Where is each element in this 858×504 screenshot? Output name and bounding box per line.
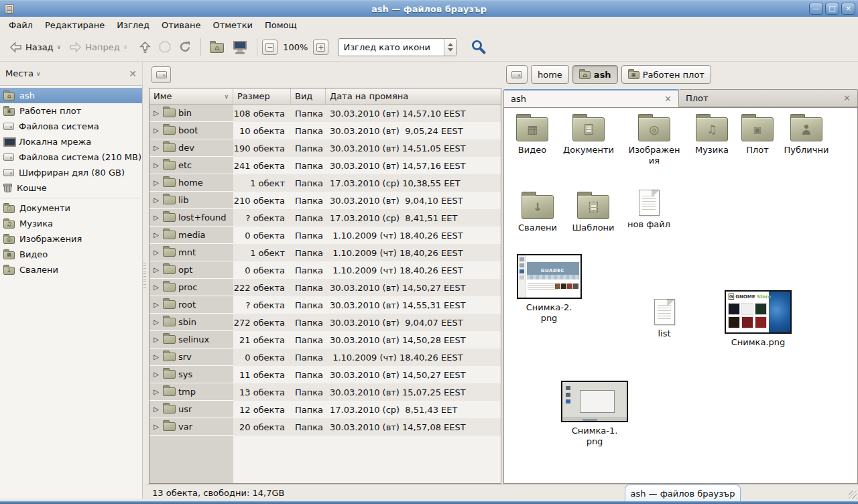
sidebar-item-trash[interactable]: Кошче: [0, 180, 142, 196]
sidebar-item-videos[interactable]: ▦ Видео: [0, 247, 142, 262]
view-mode-select[interactable]: Изглед като икони: [338, 38, 457, 56]
expander-icon[interactable]: ▷: [152, 162, 160, 169]
menu-view[interactable]: Изглед: [111, 18, 156, 32]
table-row-sbin[interactable]: ▷sbin 272 обекта Папка 30.03.2010 (вт) 9…: [149, 314, 501, 331]
table-row-selinux[interactable]: ▷selinux 21 обекта Папка 30.03.2010 (вт)…: [149, 331, 501, 349]
sidebar-title[interactable]: Места: [5, 68, 34, 78]
sidebar-item-home[interactable]: ⌂ ash: [0, 88, 142, 103]
home-button[interactable]: ⌂: [206, 39, 228, 56]
sidebar-item-encrypted-80gb[interactable]: Шифриран дял (80 GB): [0, 165, 142, 180]
stop-button[interactable]: [155, 38, 175, 56]
expander-icon[interactable]: ▷: [152, 371, 160, 378]
path-root-button[interactable]: [506, 65, 528, 84]
sidebar-item-network[interactable]: Локална мрежа: [0, 134, 142, 149]
menu-go[interactable]: Отиване: [156, 18, 206, 32]
sidebar-item-documents[interactable]: ▢ Документи: [0, 200, 142, 216]
minimize-button[interactable]: —: [809, 3, 823, 15]
forward-button[interactable]: Напред ∨: [65, 39, 131, 56]
expander-icon[interactable]: ▷: [152, 109, 160, 117]
zoom-in-button[interactable]: +: [313, 40, 328, 55]
table-row-mnt[interactable]: ▷mnt 1 обект Папка 1.10.2009 (чт) 18,40,…: [149, 244, 501, 261]
expander-icon[interactable]: ▷: [152, 284, 160, 291]
sidebar-item-downloads[interactable]: ↓ Свалени: [0, 262, 142, 277]
chevron-down-icon[interactable]: ∨: [57, 44, 62, 50]
tab-close-icon[interactable]: ✕: [843, 93, 851, 103]
table-row-proc[interactable]: ▷proc 222 обекта Папка 30.03.2010 (вт) 1…: [149, 279, 501, 296]
table-row-tmp[interactable]: ▷tmp 13 обекта Папка 30.03.2010 (вт) 15,…: [149, 383, 501, 401]
table-row-sys[interactable]: ▷sys 11 обекта Папка 30.03.2010 (вт) 14,…: [149, 366, 501, 383]
icon-item-documents[interactable]: Документи: [560, 113, 617, 155]
table-row-media[interactable]: ▷media 0 обекта Папка 1.10.2009 (чт) 18,…: [149, 227, 501, 244]
expander-icon[interactable]: ▷: [152, 318, 160, 326]
icon-item-videos[interactable]: ▦ Видео: [504, 113, 560, 155]
table-row-lost-found[interactable]: ▷lost+found ? обекта Папка 17.03.2010 (с…: [149, 209, 501, 227]
menu-bookmarks[interactable]: Отметки: [206, 18, 258, 32]
expander-icon[interactable]: ▷: [152, 405, 160, 413]
path-button-desktop[interactable]: ▣ Работен плот: [621, 65, 711, 84]
table-row-home[interactable]: ▷home 1 обект Папка 17.03.2010 (ср) 10,3…: [149, 174, 501, 192]
pane-splitter[interactable]: [143, 62, 147, 501]
table-row-var[interactable]: ▷var 20 обекта Папка 30.03.2010 (вт) 14,…: [149, 418, 501, 436]
table-row-usr[interactable]: ▷usr 12 обекта Папка 17.03.2010 (ср) 8,5…: [149, 401, 501, 418]
computer-button[interactable]: [228, 38, 252, 57]
table-row-boot[interactable]: ▷boot 10 обекта Папка 30.03.2010 (вт) 9,…: [149, 122, 501, 139]
table-row-dev[interactable]: ▷dev 190 обекта Папка 30.03.2010 (вт) 14…: [149, 139, 501, 157]
path-button-ash[interactable]: ⌂ ash: [572, 65, 618, 84]
sidebar-item-desktop[interactable]: ▣ Работен плот: [0, 103, 142, 119]
column-header-type[interactable]: Вид: [291, 88, 326, 104]
icon-item-pictures[interactable]: ◎ Изображения: [626, 113, 682, 166]
resize-grip[interactable]: [849, 491, 857, 499]
icon-item-list[interactable]: list: [644, 299, 684, 339]
tab-ash[interactable]: ash ✕: [503, 89, 679, 107]
back-button[interactable]: Назад ∨: [5, 39, 65, 56]
taskbar-window-button[interactable]: ash — файлов браузър: [625, 485, 741, 501]
expander-icon[interactable]: ▷: [152, 388, 160, 395]
close-button[interactable]: ×: [841, 3, 855, 15]
sidebar-close-icon[interactable]: ✕: [129, 68, 137, 79]
table-row-root[interactable]: ▷root ? обекта Папка 30.03.2010 (вт) 14,…: [149, 296, 501, 314]
expander-icon[interactable]: ▷: [152, 179, 160, 186]
expander-icon[interactable]: ▷: [152, 144, 160, 151]
icon-item-downloads[interactable]: ↓ Свалени: [509, 191, 566, 233]
combobox-arrows-icon[interactable]: [444, 39, 456, 56]
expander-icon[interactable]: ▷: [152, 249, 160, 256]
expander-icon[interactable]: ▷: [152, 353, 160, 361]
table-row-lib[interactable]: ▷lib 210 обекта Папка 30.03.2010 (вт) 9,…: [149, 192, 501, 209]
table-row-etc[interactable]: ▷etc 241 обекта Папка 30.03.2010 (вт) 14…: [149, 157, 501, 174]
icon-item-snimka[interactable]: 🄶 GNOME Store Снимка.png: [723, 290, 793, 348]
icon-item-desktop[interactable]: ▣ Плот: [729, 113, 786, 155]
sidebar-item-filesystem[interactable]: Файлова система: [0, 119, 142, 134]
sidebar-item-music[interactable]: ♫ Музика: [0, 216, 142, 231]
column-header-name[interactable]: Име ∨: [149, 88, 233, 104]
tab-desktop[interactable]: Плот ✕: [679, 89, 858, 107]
search-button[interactable]: [467, 36, 491, 58]
reload-button[interactable]: [175, 38, 196, 56]
column-header-date[interactable]: Дата на промяна: [326, 88, 501, 104]
sidebar-item-filesystem-210mb[interactable]: Файлова система (210 MB): [0, 149, 142, 165]
table-row-bin[interactable]: ▷bin 108 обекта Папка 30.03.2010 (вт) 14…: [149, 105, 501, 122]
tab-close-icon[interactable]: ✕: [664, 94, 672, 104]
chevron-down-icon[interactable]: ∨: [36, 70, 41, 77]
expander-icon[interactable]: ▷: [152, 196, 160, 204]
menu-file[interactable]: Файл: [3, 18, 39, 32]
icon-item-public[interactable]: Публични: [778, 113, 835, 155]
expander-icon[interactable]: ▷: [152, 214, 160, 221]
up-button[interactable]: [135, 38, 155, 56]
icon-item-snimka-1[interactable]: Снимка-1.png: [560, 381, 629, 447]
folder-contents-view[interactable]: ▦ Видео Документи ◎ Изображения ♫ Музика…: [503, 107, 858, 484]
expander-icon[interactable]: ▷: [152, 336, 160, 343]
expander-icon[interactable]: ▷: [152, 423, 160, 430]
table-row-srv[interactable]: ▷srv 0 обекта Папка 1.10.2009 (чт) 18,40…: [149, 349, 501, 366]
icon-item-new-file[interactable]: нов файл: [621, 190, 677, 230]
tree-root-button[interactable]: [151, 66, 171, 83]
menu-edit[interactable]: Редактиране: [39, 18, 111, 32]
icon-item-snimka-2[interactable]: GUADEC Снимка-2.png: [515, 254, 583, 324]
expander-icon[interactable]: ▷: [152, 231, 160, 239]
table-row-opt[interactable]: ▷opt 0 обекта Папка 1.10.2009 (чт) 18,40…: [149, 261, 501, 279]
expander-icon[interactable]: ▷: [152, 266, 160, 273]
zoom-out-button[interactable]: −: [262, 40, 278, 55]
icon-item-templates[interactable]: Шаблони: [565, 191, 621, 233]
menu-help[interactable]: Помощ: [259, 18, 303, 32]
expander-icon[interactable]: ▷: [152, 127, 160, 134]
path-button-home[interactable]: home: [531, 65, 569, 84]
